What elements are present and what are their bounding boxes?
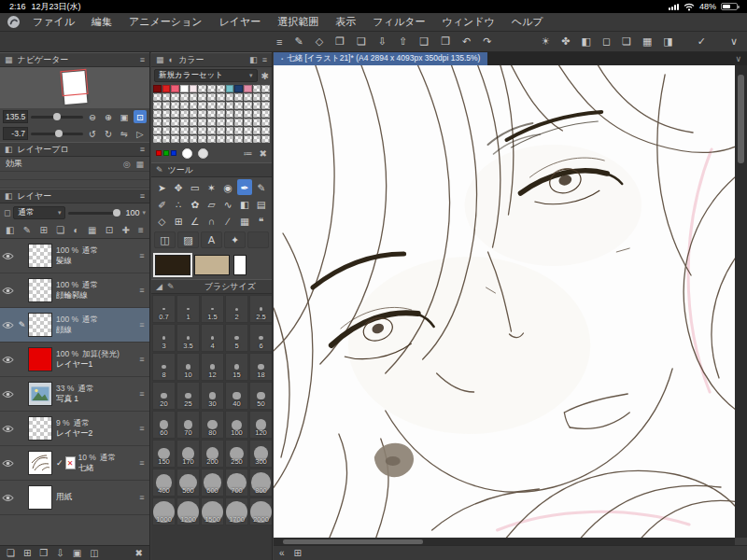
transparent-swatch[interactable] bbox=[234, 135, 243, 143]
brush-size-0.7[interactable]: 0.7 bbox=[152, 295, 176, 323]
rotate-slider-handle[interactable] bbox=[55, 130, 63, 137]
sun-icon[interactable]: ☀ bbox=[541, 35, 550, 48]
transparent-swatch[interactable] bbox=[190, 135, 198, 143]
sub-color-swatch[interactable] bbox=[194, 255, 230, 275]
palette-swatch[interactable] bbox=[162, 85, 171, 92]
eraser-tool[interactable]: ▱ bbox=[204, 196, 219, 212]
transparent-swatch[interactable] bbox=[180, 93, 189, 101]
operation-tool[interactable]: ➤ bbox=[154, 179, 170, 195]
horizontal-scrollbar[interactable] bbox=[274, 538, 735, 545]
correct-line-tool[interactable]: ∩ bbox=[204, 213, 219, 229]
horizontal-scroll-thumb[interactable] bbox=[283, 539, 423, 544]
layer-thumbnail[interactable] bbox=[28, 313, 52, 337]
transparent-swatch[interactable] bbox=[153, 119, 162, 126]
layer-visibility-eye-icon[interactable] bbox=[0, 321, 16, 329]
rgb-swatch[interactable] bbox=[171, 150, 176, 156]
brush-size-1000[interactable]: 1000 bbox=[152, 497, 176, 525]
transparent-swatch[interactable] bbox=[180, 110, 189, 118]
transparent-swatch[interactable] bbox=[261, 119, 270, 126]
transparent-swatch[interactable] bbox=[217, 102, 225, 109]
layer-menu-icon[interactable]: ≡ bbox=[136, 355, 148, 364]
color-wheel-icon[interactable]: ◐ bbox=[169, 55, 174, 64]
folder-icon[interactable]: ❏ bbox=[357, 35, 366, 48]
main-menu-icon[interactable]: ≡ bbox=[276, 36, 282, 48]
eyedropper-tool[interactable]: ◉ bbox=[220, 179, 236, 195]
tab-list-chevron-icon[interactable]: ∨ bbox=[735, 54, 747, 63]
transparent-swatch[interactable] bbox=[162, 93, 171, 101]
layer-row-写真 1[interactable]: 33 %通常写真 1≡ bbox=[0, 377, 149, 412]
transparent-swatch[interactable] bbox=[217, 135, 225, 143]
transparent-swatch[interactable] bbox=[253, 127, 261, 134]
pen-settings-icon[interactable]: ✎ bbox=[294, 35, 303, 48]
airbrush-tool[interactable]: ∴ bbox=[171, 196, 187, 212]
transparent-swatch[interactable] bbox=[217, 93, 225, 101]
transparent-swatch[interactable] bbox=[253, 102, 261, 109]
brush-size-1700[interactable]: 1700 bbox=[225, 497, 248, 525]
palette-swatch[interactable] bbox=[171, 85, 179, 92]
pen-tool[interactable]: ✒ bbox=[237, 179, 253, 195]
grid-icon[interactable]: ▦ bbox=[88, 225, 96, 235]
zoom-reset-button[interactable]: ▣ bbox=[118, 110, 131, 123]
brush-size-150[interactable]: 150 bbox=[152, 440, 176, 468]
menu-item-4[interactable]: 選択範囲 bbox=[269, 13, 327, 31]
brush-size-2[interactable]: 2 bbox=[225, 295, 248, 323]
brush-size-60[interactable]: 60 bbox=[152, 411, 176, 439]
zoom-slider[interactable] bbox=[31, 116, 83, 119]
grid-tool[interactable]: ▦ bbox=[237, 213, 253, 229]
transparent-swatch[interactable] bbox=[171, 119, 179, 126]
rgb-swatch[interactable] bbox=[156, 150, 162, 156]
brush-size-1[interactable]: 1 bbox=[176, 295, 200, 323]
brush-pen-icon[interactable]: ✎ bbox=[167, 282, 175, 291]
clip-studio-logo[interactable] bbox=[7, 15, 21, 29]
transparent-color[interactable] bbox=[247, 231, 269, 248]
rotate-slider[interactable] bbox=[31, 133, 83, 135]
layer-menu-icon[interactable]: ≡ bbox=[136, 320, 148, 329]
layers-icon[interactable]: ❏ bbox=[622, 35, 631, 48]
ruler-tool[interactable]: ∠ bbox=[187, 213, 203, 229]
blend-tool[interactable]: ∿ bbox=[220, 196, 236, 212]
brush-size-1200[interactable]: 1200 bbox=[176, 497, 200, 525]
layer-menu-icon[interactable]: ≡ bbox=[136, 458, 148, 468]
layer-menu-icon[interactable]: ≡ bbox=[136, 389, 148, 399]
vertical-scroll-thumb[interactable] bbox=[738, 75, 744, 163]
transparent-color-swatch[interactable] bbox=[233, 255, 247, 275]
layer-visibility-eye-icon[interactable] bbox=[0, 252, 16, 260]
palette-swatch[interactable] bbox=[190, 85, 198, 92]
brush-size-3[interactable]: 3 bbox=[152, 324, 176, 352]
transparent-swatch[interactable] bbox=[198, 135, 206, 143]
droplet-icon[interactable]: ✤ bbox=[561, 35, 570, 48]
vertical-scrollbar[interactable] bbox=[735, 65, 747, 538]
transparent-swatch[interactable] bbox=[253, 119, 261, 126]
main-color-circle[interactable] bbox=[182, 148, 192, 159]
transparent-swatch[interactable] bbox=[153, 102, 162, 109]
brush-size-25[interactable]: 25 bbox=[176, 382, 200, 410]
rotate-right-button[interactable]: ↻ bbox=[102, 127, 115, 140]
transparent-swatch[interactable] bbox=[226, 102, 234, 109]
transparent-swatch[interactable] bbox=[171, 102, 179, 109]
transparent-swatch[interactable] bbox=[234, 102, 243, 109]
opacity-slider-handle[interactable] bbox=[113, 209, 120, 217]
marquee-icon[interactable]: ◻ bbox=[602, 35, 611, 48]
brush-size-400[interactable]: 400 bbox=[152, 469, 176, 497]
transparent-swatch[interactable] bbox=[234, 93, 243, 101]
transparent-swatch[interactable] bbox=[180, 127, 189, 134]
brush-size-5[interactable]: 5 bbox=[225, 324, 248, 352]
transparent-swatch[interactable] bbox=[261, 102, 270, 109]
line-tool[interactable]: ∕ bbox=[220, 213, 236, 229]
layer-menu-icon[interactable]: ≡ bbox=[136, 286, 148, 295]
transparent-swatch[interactable] bbox=[198, 93, 206, 101]
screenshot-icon[interactable]: ◫ bbox=[90, 548, 98, 558]
transparent-swatch[interactable] bbox=[162, 119, 171, 126]
tone-tool[interactable]: ▨ bbox=[177, 231, 199, 248]
layer-visibility-eye-icon[interactable] bbox=[0, 356, 16, 364]
menu-icon[interactable]: ≡ bbox=[138, 225, 144, 235]
transparent-swatch[interactable] bbox=[253, 110, 261, 118]
transparent-swatch[interactable] bbox=[234, 110, 243, 118]
transparent-swatch[interactable] bbox=[226, 119, 234, 126]
layer-menu-icon[interactable]: ≡ bbox=[136, 493, 148, 502]
color-grid-icon[interactable]: ▦ bbox=[156, 55, 164, 64]
zoom-out-button[interactable]: ⊖ bbox=[86, 110, 99, 123]
transparent-swatch[interactable] bbox=[190, 102, 198, 109]
brush-size-10[interactable]: 10 bbox=[176, 353, 200, 381]
zoom-in-button[interactable]: ⊕ bbox=[102, 110, 115, 123]
